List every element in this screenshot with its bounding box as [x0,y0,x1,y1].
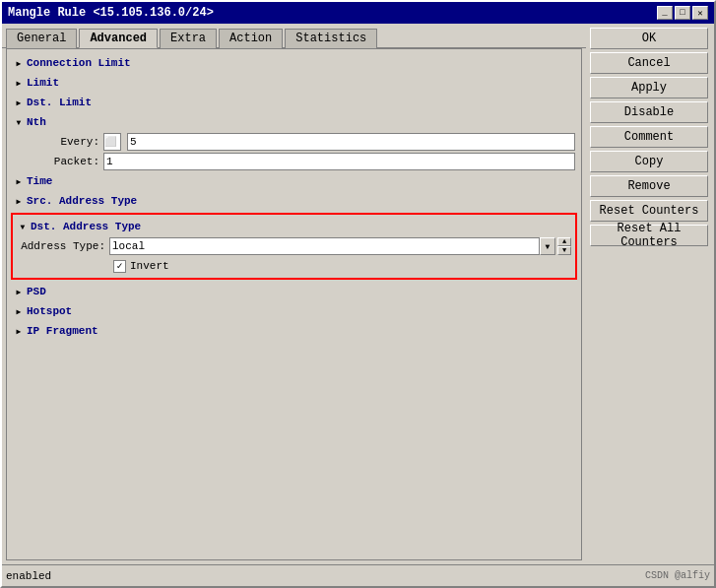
ok-button[interactable]: OK [590,28,708,49]
collapse-connection-limit[interactable]: ▶ [13,57,25,69]
section-label-dst-limit: Dst. Limit [27,97,92,108]
section-label-limit: Limit [27,77,59,89]
content-area: ▶ Connection Limit ▶ Limit ▶ Dst. Limit … [6,48,582,560]
tab-bar: General Advanced Extra Action Statistics [2,24,586,48]
window-controls: _ □ ✕ [657,6,708,20]
maximize-button[interactable]: □ [675,6,690,20]
collapse-time[interactable]: ▶ [13,175,25,187]
address-type-spin-up[interactable]: ▲ [557,237,571,246]
section-label-psd: PSD [27,286,46,297]
section-label-time: Time [27,175,52,187]
collapse-limit[interactable]: ▶ [13,77,25,89]
address-type-dropdown-container: local ▼ ▲ ▼ [109,237,571,255]
collapse-dst-limit[interactable]: ▶ [13,97,25,108]
reset-all-counters-button[interactable]: Reset All Counters [590,225,708,246]
remove-button[interactable]: Remove [590,175,708,197]
address-type-spin-down[interactable]: ▼ [557,246,571,255]
section-label-nth: Nth [27,116,46,128]
section-dst-address-type: ▼ Dst. Address Type Address Type: local … [11,213,577,280]
collapse-psd[interactable]: ▶ [13,286,25,297]
section-hotspot: ▶ Hotspot [11,301,577,321]
disable-button[interactable]: Disable [590,101,708,123]
section-time: ▶ Time [11,171,577,191]
close-button[interactable]: ✕ [692,6,708,20]
section-label-hotspot: Hotspot [27,305,72,317]
collapse-ip-fragment[interactable]: ▶ [13,325,25,337]
collapse-nth[interactable]: ▼ [13,116,25,128]
tab-extra[interactable]: Extra [160,29,217,48]
address-type-row: Address Type: local ▼ ▲ ▼ [15,236,573,256]
copy-button[interactable]: Copy [590,151,708,172]
address-type-input[interactable]: local [109,237,540,255]
collapse-hotspot[interactable]: ▶ [13,305,25,317]
collapse-src-address-type[interactable]: ▶ [13,195,25,207]
sidebar: OK Cancel Apply Disable Comment Copy Rem… [586,24,714,564]
tab-advanced[interactable]: Advanced [79,29,158,48]
section-ip-fragment: ▶ IP Fragment [11,321,577,341]
reset-counters-button[interactable]: Reset Counters [590,200,708,222]
section-psd: ▶ PSD [11,282,577,301]
invert-label: Invert [130,260,169,272]
watermark: CSDN @alfiy [645,570,710,581]
minimize-button[interactable]: _ [657,6,673,20]
section-src-address-type: ▶ Src. Address Type [11,191,577,211]
apply-button[interactable]: Apply [590,77,708,98]
window-content: General Advanced Extra Action Statistics… [2,24,714,564]
nth-every-row: Every: 5 [11,132,577,152]
nth-every-spinner[interactable] [103,133,121,151]
section-connection-limit: ▶ Connection Limit [11,53,577,73]
invert-checkbox[interactable]: ✓ [113,260,126,273]
collapse-dst-address-type[interactable]: ▼ [17,221,29,232]
section-label-dst-address-type: Dst. Address Type [31,221,141,232]
section-limit: ▶ Limit [11,73,577,93]
nth-packet-row: Packet: 1 [11,152,577,171]
title-bar: Mangle Rule <15.105.136.0/24> _ □ ✕ [2,2,714,24]
nth-every-input[interactable]: 5 [127,133,575,151]
section-label-src-address-type: Src. Address Type [27,195,137,207]
invert-row: ✓ Invert [15,256,573,276]
section-label-ip-fragment: IP Fragment [27,325,98,337]
cancel-button[interactable]: Cancel [590,52,708,74]
main-window: Mangle Rule <15.105.136.0/24> _ □ ✕ Gene… [0,0,716,588]
comment-button[interactable]: Comment [590,126,708,148]
main-area: General Advanced Extra Action Statistics… [2,24,586,564]
status-bar: enabled CSDN @alfiy [2,564,714,586]
nth-packet-label: Packet: [31,156,99,167]
window-title: Mangle Rule <15.105.136.0/24> [8,6,214,20]
address-type-dropdown-btn[interactable]: ▼ [540,237,555,255]
address-type-spin: ▲ ▼ [557,237,571,255]
dst-address-type-header: ▼ Dst. Address Type [15,217,573,236]
status-text: enabled [6,570,645,582]
tab-general[interactable]: General [6,29,77,48]
section-nth: ▼ Nth [11,112,577,132]
address-type-label: Address Type: [17,240,105,252]
section-label-connection-limit: Connection Limit [27,57,131,69]
nth-packet-input[interactable]: 1 [103,153,575,170]
nth-every-label: Every: [31,136,99,148]
tab-statistics[interactable]: Statistics [285,29,377,48]
section-dst-limit: ▶ Dst. Limit [11,93,577,112]
tab-action[interactable]: Action [219,29,283,48]
